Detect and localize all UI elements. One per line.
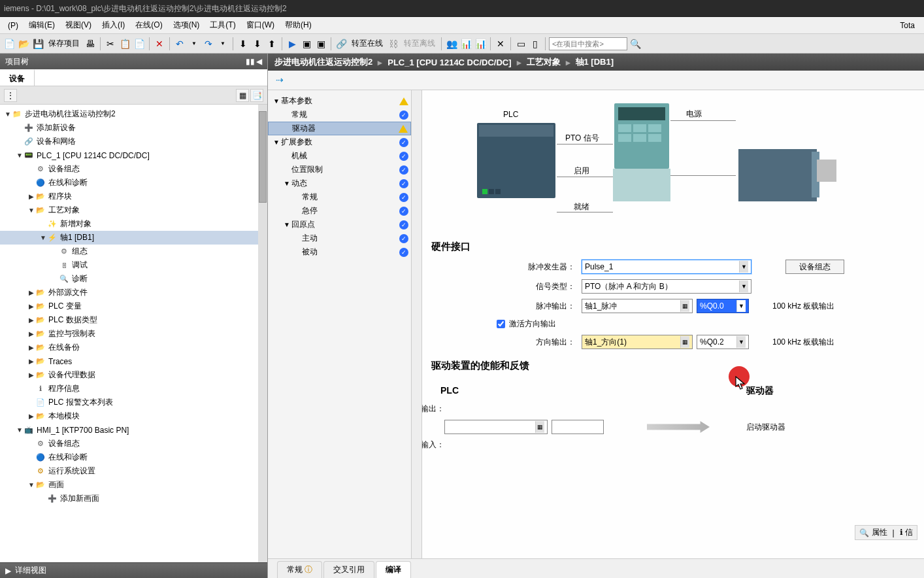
menu-help[interactable]: 帮助(H) (280, 18, 317, 33)
menu-online[interactable]: 在线(O) (130, 18, 167, 33)
tree-item[interactable]: ⚙设备组态 (0, 162, 267, 176)
stop-icon[interactable]: ▣ (314, 37, 327, 50)
tree-scrollbar[interactable] (258, 105, 267, 562)
menu-view[interactable]: 视图(V) (60, 18, 97, 33)
tree-item[interactable]: 🔗设备和网络 (0, 135, 267, 148)
enable-out-field[interactable]: ▦ (444, 420, 548, 434)
nav-item[interactable]: 位置限制✓ (268, 163, 411, 177)
paste-icon[interactable]: 📄 (133, 37, 146, 50)
tree-item[interactable]: ▼📂画面 (0, 478, 267, 492)
devices-tab[interactable]: 设备 (0, 69, 35, 87)
tree-item[interactable]: ⚙组态 (0, 245, 267, 258)
tree-item[interactable]: ▶📂在线备份 (0, 341, 267, 354)
signal-type-combo[interactable]: PTO（脉冲 A 和方向 B）▼ (582, 279, 751, 294)
offline-icon[interactable]: ⛓ (387, 37, 400, 50)
print-icon[interactable]: 🖶 (84, 37, 97, 50)
detail-view-header[interactable]: ▶详细视图 (0, 562, 267, 578)
tree-item[interactable]: ▶📂本地模块 (0, 409, 267, 423)
tree-item[interactable]: ▼📟PLC_1 [CPU 1214C DC/DC/DC] (0, 148, 267, 162)
nav-item[interactable]: ▼扩展参数✓ (268, 135, 411, 149)
nav-item[interactable]: ▼基本参数 (268, 94, 411, 108)
tree-item[interactable]: ▶📂程序块 (0, 190, 267, 203)
graph-icon[interactable]: 📊 (459, 37, 472, 50)
dir-out-field[interactable]: 轴1_方向(1)▦ (582, 335, 693, 349)
tree-item[interactable]: ▶📂监控与强制表 (0, 327, 267, 341)
menu-options[interactable]: 选项(N) (168, 18, 205, 33)
tree-item[interactable]: ▶📂外部源文件 (0, 286, 267, 299)
collapse-icon[interactable]: ▮▮ (246, 57, 255, 66)
tree-item[interactable]: ▼📁步进电动机往返运动控制2 (0, 107, 267, 121)
nav-item[interactable]: 主动✓ (268, 231, 411, 245)
menu-insert[interactable]: 插入(I) (97, 18, 130, 33)
nav-scrollbar[interactable] (412, 90, 422, 558)
nav-item[interactable]: 急停✓ (268, 204, 411, 218)
open-icon[interactable]: 📂 (17, 37, 30, 50)
tree-item[interactable]: ℹ程序信息 (0, 382, 267, 396)
nav-item[interactable]: 常规✓ (268, 190, 411, 204)
tree-item[interactable]: ✨新增对象 (0, 217, 267, 231)
tree-item[interactable]: 🔵在线和诊断 (0, 176, 267, 190)
info-tab[interactable]: ℹ 信 (900, 527, 913, 538)
online-label[interactable]: 转至在线 (349, 38, 386, 49)
online-icon[interactable]: 🔗 (335, 37, 348, 50)
tree-item[interactable]: ▼📂工艺对象 (0, 203, 267, 217)
tree-view-icon[interactable]: ▦ (236, 89, 249, 102)
start-icon[interactable]: ▣ (300, 37, 313, 50)
undo-drop-icon[interactable]: ▼ (188, 37, 201, 50)
tree-item[interactable]: 🎚调试 (0, 258, 267, 272)
undo-icon[interactable]: ↶ (173, 37, 186, 50)
split-h-icon[interactable]: ▭ (514, 37, 527, 50)
pulse-out-field[interactable]: 轴1_脉冲▦ (582, 299, 693, 313)
nav-item[interactable]: 机械✓ (268, 149, 411, 163)
new-icon[interactable]: 📄 (3, 37, 16, 50)
tree-item[interactable]: ▼📺HMI_1 [KTP700 Basic PN] (0, 423, 267, 437)
tree-item[interactable]: 🔵在线和诊断 (0, 450, 267, 464)
delete-icon[interactable]: ✕ (153, 37, 166, 50)
magnify-icon[interactable]: 🔍 (859, 528, 869, 537)
menu-window[interactable]: 窗口(W) (241, 18, 280, 33)
nav-item[interactable]: 驱动器 (268, 122, 411, 135)
search-input[interactable] (549, 37, 627, 50)
activate-dir-checkbox[interactable] (497, 320, 505, 328)
tree-item[interactable]: ▼⚡轴1 [DB1] (0, 231, 267, 245)
nav-item[interactable]: 被动✓ (268, 245, 411, 259)
tab-compile[interactable]: 编译 (376, 561, 411, 578)
copy-icon[interactable]: 📋 (118, 37, 131, 50)
chevron-left-icon[interactable]: ◀ (256, 57, 262, 66)
tab-general[interactable]: 常规 ⓘ (277, 561, 322, 578)
tree-item[interactable]: ➕添加新设备 (0, 121, 267, 135)
tree-item[interactable]: ▶📂PLC 数据类型 (0, 313, 267, 327)
nav-item[interactable]: ▼回原点✓ (268, 218, 411, 231)
enable-addr-field[interactable] (552, 420, 604, 434)
split-v-icon[interactable]: ▯ (529, 37, 542, 50)
tree-filter-icon[interactable]: ⋮ (4, 89, 17, 102)
graph2-icon[interactable]: 📊 (474, 37, 487, 50)
menu-edit[interactable]: 编辑(E) (24, 18, 60, 33)
tree-item[interactable]: 🔍诊断 (0, 272, 267, 286)
dir-addr-combo[interactable]: %Q0.2▼ (697, 335, 749, 349)
close-icon[interactable]: ✕ (494, 37, 507, 50)
tree-item[interactable]: ➕添加新画面 (0, 492, 267, 505)
compile-icon[interactable]: ⬇ (237, 37, 250, 50)
redo-drop-icon[interactable]: ▼ (216, 37, 229, 50)
sim-icon[interactable]: ▶ (286, 37, 299, 50)
flow-icon[interactable]: ⇢ (273, 73, 286, 86)
tree-view2-icon[interactable]: 📑 (250, 89, 263, 102)
download-icon[interactable]: ⬇ (251, 37, 264, 50)
save-icon[interactable]: 💾 (31, 37, 44, 50)
nav-item[interactable]: 常规✓ (268, 108, 411, 122)
properties-tab[interactable]: 属性 (872, 527, 887, 538)
tab-cross-ref[interactable]: 交叉引用 (323, 561, 374, 578)
tree-item[interactable]: ▶📂设备代理数据 (0, 368, 267, 382)
pulse-gen-combo[interactable]: Pulse_1▼ (582, 260, 751, 274)
tree-item[interactable]: ⚙运行系统设置 (0, 464, 267, 478)
tree-item[interactable]: ▶📂Traces (0, 354, 267, 368)
device-config-button[interactable]: 设备组态 (785, 260, 844, 274)
acc-icon[interactable]: 👥 (445, 37, 458, 50)
menu-tools[interactable]: 工具(T) (205, 18, 240, 33)
menu-project[interactable]: (P) (3, 19, 24, 32)
search-go-icon[interactable]: 🔍 (629, 37, 642, 50)
tree-item[interactable]: 📄PLC 报警文本列表 (0, 396, 267, 409)
tree-item[interactable]: ▶📂PLC 变量 (0, 299, 267, 313)
redo-icon[interactable]: ↷ (202, 37, 215, 50)
